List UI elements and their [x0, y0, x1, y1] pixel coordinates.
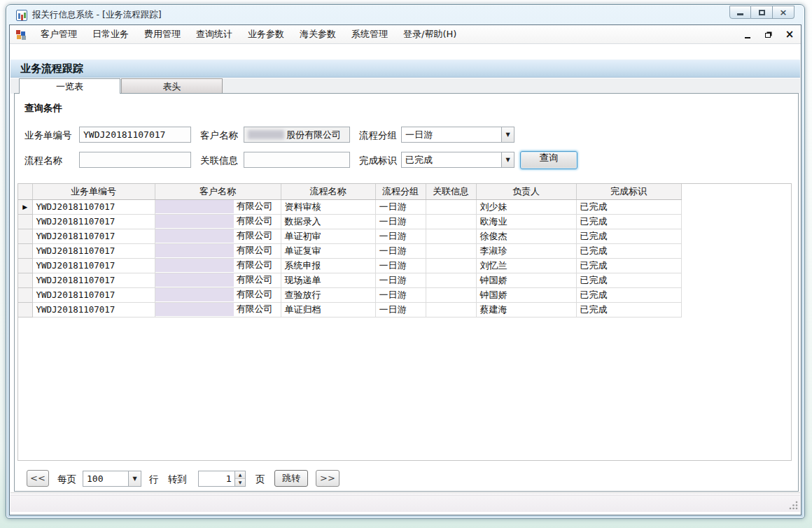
- cell-status[interactable]: 已完成: [576, 214, 681, 229]
- first-page-button[interactable]: <<: [27, 470, 49, 487]
- table-row[interactable]: YWDJ20181107017有限公司查验放行一日游钟国娇已完成: [18, 287, 681, 302]
- menu-item-business-params[interactable]: 业务参数: [240, 25, 292, 43]
- cell-related[interactable]: [426, 243, 476, 258]
- cell-status[interactable]: 已完成: [576, 199, 681, 214]
- table-row[interactable]: YWDJ20181107017有限公司单证初审一日游徐俊杰已完成: [18, 229, 681, 243]
- row-selector-cell[interactable]: [18, 229, 32, 243]
- cell-process[interactable]: 单证初审: [281, 229, 375, 243]
- col-owner[interactable]: 负责人: [476, 184, 576, 199]
- table-row[interactable]: YWDJ20181107017有限公司数据录入一日游欧海业已完成: [18, 214, 681, 229]
- search-button[interactable]: 查询: [520, 151, 578, 169]
- row-selector-cell[interactable]: [18, 287, 32, 302]
- cell-owner[interactable]: 徐俊杰: [476, 229, 576, 243]
- cell-order-no[interactable]: YWDJ20181107017: [32, 287, 155, 302]
- spinner-up-icon[interactable]: ▲: [235, 471, 245, 479]
- cell-related[interactable]: [426, 273, 476, 287]
- cell-owner[interactable]: 李淑珍: [476, 243, 576, 258]
- row-selector-cell[interactable]: [18, 243, 32, 258]
- cell-customer[interactable]: 有限公司: [155, 273, 281, 287]
- cell-order-no[interactable]: YWDJ20181107017: [32, 243, 155, 258]
- menu-item-system[interactable]: 系统管理: [344, 25, 396, 43]
- cell-owner[interactable]: 钟国娇: [476, 273, 576, 287]
- jump-button[interactable]: 跳转: [274, 470, 308, 487]
- cell-status[interactable]: 已完成: [576, 287, 681, 302]
- row-selector-cell[interactable]: [18, 273, 32, 287]
- table-row[interactable]: ▶YWDJ20181107017有限公司资料审核一日游刘少妹已完成: [18, 199, 681, 214]
- cell-group[interactable]: 一日游: [375, 199, 426, 214]
- cell-status[interactable]: 已完成: [576, 258, 681, 273]
- process-input[interactable]: [79, 152, 191, 168]
- page-number-stepper[interactable]: ▲▼: [234, 471, 245, 486]
- menu-item-fees[interactable]: 费用管理: [136, 25, 188, 43]
- cell-status[interactable]: 已完成: [576, 229, 681, 243]
- cell-process[interactable]: 系统申报: [281, 258, 375, 273]
- window-close-button[interactable]: ×: [773, 6, 794, 19]
- customer-input[interactable]: 股份有限公司: [244, 127, 350, 143]
- page-number-input[interactable]: 1 ▲▼: [198, 471, 246, 487]
- menu-item-login-help[interactable]: 登录/帮助(H): [396, 25, 464, 43]
- mdi-restore-button[interactable]: [763, 29, 774, 40]
- cell-process[interactable]: 查验放行: [281, 287, 375, 302]
- cell-customer[interactable]: 有限公司: [155, 287, 281, 302]
- row-selector-cell[interactable]: ▶: [18, 199, 32, 214]
- tab-header[interactable]: 表头: [121, 78, 223, 94]
- cell-order-no[interactable]: YWDJ20181107017: [32, 214, 155, 229]
- resize-grip-icon[interactable]: [789, 501, 799, 511]
- cell-process[interactable]: 数据录入: [281, 214, 375, 229]
- cell-customer[interactable]: 有限公司: [155, 302, 281, 317]
- cell-customer[interactable]: 有限公司: [155, 258, 281, 273]
- col-customer[interactable]: 客户名称: [155, 184, 281, 199]
- cell-related[interactable]: [426, 258, 476, 273]
- col-group[interactable]: 流程分组: [375, 184, 426, 199]
- cell-owner[interactable]: 刘忆兰: [476, 258, 576, 273]
- cell-group[interactable]: 一日游: [375, 214, 426, 229]
- window-maximize-button[interactable]: [751, 6, 773, 19]
- window-minimize-button[interactable]: [729, 6, 751, 19]
- row-selector-cell[interactable]: [18, 258, 32, 273]
- cell-order-no[interactable]: YWDJ20181107017: [32, 199, 155, 214]
- table-row[interactable]: YWDJ20181107017有限公司单证复审一日游李淑珍已完成: [18, 243, 681, 258]
- chevron-down-icon[interactable]: ▼: [501, 127, 514, 142]
- tab-overview[interactable]: 一览表: [19, 78, 120, 94]
- chevron-down-icon[interactable]: ▼: [128, 471, 141, 486]
- cell-customer[interactable]: 有限公司: [155, 199, 281, 214]
- cell-group[interactable]: 一日游: [375, 258, 426, 273]
- cell-related[interactable]: [426, 199, 476, 214]
- cell-order-no[interactable]: YWDJ20181107017: [32, 273, 155, 287]
- table-row[interactable]: YWDJ20181107017有限公司现场递单一日游钟国娇已完成: [18, 273, 681, 287]
- cell-group[interactable]: 一日游: [375, 273, 426, 287]
- cell-owner[interactable]: 蔡建海: [476, 302, 576, 317]
- cell-group[interactable]: 一日游: [375, 243, 426, 258]
- spinner-down-icon[interactable]: ▼: [235, 479, 245, 486]
- last-page-button[interactable]: >>: [316, 470, 340, 487]
- menu-item-customer[interactable]: 客户管理: [33, 25, 85, 43]
- row-selector-cell[interactable]: [18, 214, 32, 229]
- cell-status[interactable]: 已完成: [576, 273, 681, 287]
- menu-item-query-stats[interactable]: 查询统计: [188, 25, 240, 43]
- cell-related[interactable]: [426, 229, 476, 243]
- menu-item-customs-params[interactable]: 海关参数: [292, 25, 344, 43]
- cell-process[interactable]: 资料审核: [281, 199, 375, 214]
- cell-status[interactable]: 已完成: [576, 243, 681, 258]
- status-combobox[interactable]: 已完成 ▼: [401, 152, 514, 168]
- cell-owner[interactable]: 欧海业: [476, 214, 576, 229]
- cell-process[interactable]: 单证复审: [281, 243, 375, 258]
- group-combobox[interactable]: 一日游 ▼: [401, 127, 514, 143]
- cell-group[interactable]: 一日游: [375, 287, 426, 302]
- cell-order-no[interactable]: YWDJ20181107017: [32, 302, 155, 317]
- cell-customer[interactable]: 有限公司: [155, 243, 281, 258]
- cell-order-no[interactable]: YWDJ20181107017: [32, 229, 155, 243]
- cell-customer[interactable]: 有限公司: [155, 214, 281, 229]
- cell-order-no[interactable]: YWDJ20181107017: [32, 258, 155, 273]
- cell-customer[interactable]: 有限公司: [155, 229, 281, 243]
- table-row[interactable]: YWDJ20181107017有限公司系统申报一日游刘忆兰已完成: [18, 258, 681, 273]
- row-selector-cell[interactable]: [18, 302, 32, 317]
- col-related[interactable]: 关联信息: [426, 184, 476, 199]
- related-input[interactable]: [244, 152, 350, 168]
- cell-group[interactable]: 一日游: [375, 229, 426, 243]
- cell-related[interactable]: [426, 214, 476, 229]
- table-row[interactable]: YWDJ20181107017有限公司单证归档一日游蔡建海已完成: [18, 302, 681, 317]
- cell-group[interactable]: 一日游: [375, 302, 426, 317]
- titlebar[interactable]: 报关行信息系统 - [业务流程跟踪] ×: [6, 5, 804, 25]
- cell-related[interactable]: [426, 287, 476, 302]
